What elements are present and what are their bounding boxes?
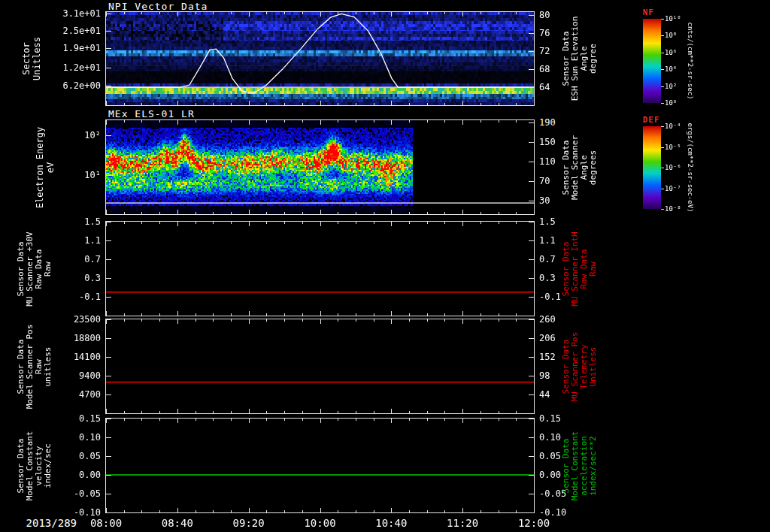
x-minor-tick (444, 319, 445, 322)
x-minor-tick (409, 120, 410, 122)
panel-title-npi: NPI Vector Data (108, 1, 208, 12)
colorbar-tick-label: 10⁴ (665, 65, 684, 73)
x-major-tick (462, 101, 463, 105)
x-minor-tick (141, 103, 142, 105)
x-minor-tick (266, 313, 267, 316)
x-minor-tick (356, 103, 356, 105)
x-minor-tick (231, 411, 232, 413)
x-minor-tick (480, 212, 481, 214)
x-minor-tick (231, 212, 232, 214)
x-major-tick (462, 12, 463, 17)
x-minor-tick (499, 313, 499, 316)
x-minor-tick (213, 319, 214, 322)
x-minor-tick (499, 419, 499, 421)
y-tick-right (529, 33, 534, 34)
x-minor-tick (516, 411, 517, 413)
y-tick-left (106, 376, 111, 376)
x-minor-tick (196, 120, 196, 122)
x-minor-tick (499, 222, 499, 224)
right-axis-label-5: Sensor Data Model Constant acceleration … (562, 431, 598, 500)
y-tick-right (529, 319, 534, 320)
x-minor-tick (356, 313, 356, 316)
y-tick-right (529, 240, 534, 241)
x-major-tick (320, 12, 321, 17)
y-tick-right (529, 181, 534, 182)
telemetry-plot-page: NPI Vector Data MEx ELS-01 LR 2013/289 3… (0, 0, 770, 532)
line-plot-canvas-5 (106, 419, 534, 512)
x-minor-tick (444, 12, 445, 14)
x-minor-tick (141, 222, 142, 224)
x-minor-tick (266, 12, 267, 14)
x-minor-tick (374, 12, 374, 14)
x-minor-tick (480, 313, 481, 316)
y-tick-right (529, 357, 534, 358)
right-axis-label-2: Sensor Data Model Scanner Angle degrees (562, 135, 598, 199)
colorbar-tick-label: 10⁰ (665, 99, 684, 107)
x-minor-tick (444, 510, 445, 512)
y-tick-right (529, 475, 534, 476)
x-major-tick (249, 409, 250, 413)
x-minor-tick (124, 319, 125, 322)
x-major-tick (534, 101, 535, 105)
x-minor-tick (480, 12, 481, 14)
right-axis-label-4: Sensor Data MU Scanner Pos Telemetry Uni… (562, 331, 598, 401)
y-tick-label-right: 0.15 (539, 413, 584, 424)
colorbar-tick-label: 10⁸ (665, 32, 684, 39)
x-minor-tick (213, 313, 214, 316)
y-tick-left (106, 259, 111, 260)
colorbar-title: DEF (643, 115, 660, 125)
x-minor-tick (444, 212, 445, 214)
x-minor-tick (159, 222, 160, 224)
x-minor-tick (427, 313, 428, 316)
x-major-tick (249, 311, 250, 316)
x-minor-tick (284, 319, 285, 322)
x-minor-tick (266, 319, 267, 322)
x-major-tick (249, 101, 250, 105)
colorbar-tick-label: 10⁻⁴ (665, 122, 684, 130)
spectrogram-canvas-2 (106, 120, 534, 214)
x-minor-tick (516, 12, 517, 14)
colorbar-tick-label: 10⁻⁵ (665, 144, 684, 151)
colorbar-tick (661, 189, 664, 189)
x-major-tick (177, 120, 178, 125)
x-major-tick (320, 120, 321, 125)
x-major-tick (534, 120, 535, 125)
x-tick-label: 09:20 (219, 517, 279, 529)
x-major-tick (534, 508, 535, 512)
x-minor-tick (427, 212, 428, 214)
x-minor-tick (266, 212, 267, 214)
x-minor-tick (141, 411, 142, 413)
x-major-tick (320, 101, 321, 105)
y-tick-right (529, 201, 534, 201)
x-minor-tick (409, 103, 410, 105)
x-major-tick (106, 101, 107, 105)
x-major-tick (177, 409, 178, 413)
colorbar-tick-label: 10⁻⁸ (665, 205, 684, 213)
x-minor-tick (499, 103, 499, 105)
x-major-tick (249, 319, 250, 324)
x-minor-tick (124, 411, 125, 413)
colorbar-tick (661, 69, 664, 70)
y-tick-left (106, 48, 111, 49)
x-major-tick (106, 210, 107, 214)
y-tick-right (529, 437, 534, 438)
x-minor-tick (356, 419, 356, 421)
x-minor-tick (480, 319, 481, 322)
line-plot-canvas-4 (106, 319, 534, 413)
x-minor-tick (374, 510, 374, 512)
y-tick-label-left: 2.5e+01 (44, 26, 101, 36)
y-tick-right (529, 494, 534, 494)
x-major-tick (391, 419, 392, 423)
x-major-tick (391, 12, 392, 17)
x-major-tick (534, 419, 535, 423)
x-minor-tick (409, 510, 410, 512)
x-minor-tick (196, 313, 196, 316)
x-minor-tick (499, 12, 499, 14)
x-major-tick (249, 120, 250, 125)
y-tick-label-left: 6.2e+00 (44, 80, 101, 91)
x-minor-tick (124, 12, 125, 14)
y-tick-left (106, 278, 111, 279)
x-minor-tick (444, 103, 445, 105)
x-minor-tick (516, 510, 517, 512)
colorbar-tick-label: 10² (665, 83, 684, 90)
